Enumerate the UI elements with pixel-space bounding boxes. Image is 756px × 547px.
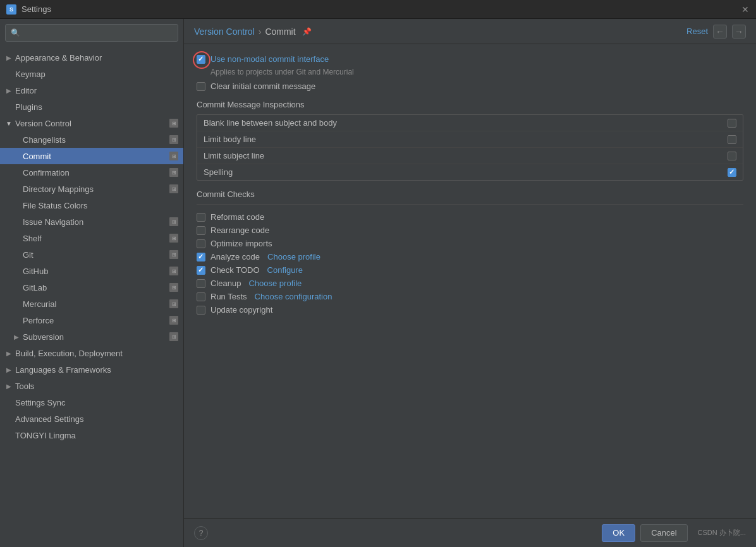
nav-back-button[interactable]: ← <box>713 25 727 39</box>
sidebar-item-appearance-behavior[interactable]: ▶ Appearance & Behavior <box>0 49 183 66</box>
sidebar-item-label: Tools <box>15 382 178 391</box>
check-label[interactable]: Run Tests <box>210 292 247 301</box>
sidebar-item-mercurial[interactable]: Mercurial ⊞ <box>0 296 183 312</box>
section-divider <box>197 204 743 205</box>
sidebar-item-file-status-colors[interactable]: File Status Colors <box>0 197 183 213</box>
check-checkbox-rearrange-code[interactable] <box>197 226 205 235</box>
inspection-row-limit-body: Limit body line <box>197 131 743 148</box>
search-icon: 🔍 <box>11 28 20 37</box>
arrow-spacer <box>5 432 13 439</box>
arrow-icon: ▶ <box>5 54 13 61</box>
watermark-text: CSDN 办卜院... <box>698 528 746 538</box>
choose-profile-cleanup-button[interactable]: Choose profile <box>248 279 302 288</box>
sidebar: 🔍 ▶ Appearance & Behavior Keymap ▶ Edito… <box>0 19 184 547</box>
check-row-run-tests: Run Tests Choose configuration <box>197 292 743 301</box>
check-label[interactable]: Analyze code <box>210 252 260 261</box>
sidebar-item-directory-mappings[interactable]: Directory Mappings ⊞ <box>0 181 183 197</box>
configure-todo-button[interactable]: Configure <box>267 265 303 275</box>
nav-forward-button[interactable]: → <box>732 25 746 39</box>
choose-profile-analyze-button[interactable]: Choose profile <box>267 252 320 261</box>
check-checkbox-reformat-code[interactable] <box>197 213 205 222</box>
cancel-button[interactable]: Cancel <box>640 524 687 542</box>
inspection-checkbox-spelling[interactable] <box>728 168 736 177</box>
check-label[interactable]: Rearrange code <box>210 225 269 235</box>
arrow-spacer <box>13 301 20 308</box>
check-checkbox-analyze-code[interactable] <box>197 253 205 261</box>
sidebar-item-label: Perforce <box>23 316 169 325</box>
sidebar-item-perforce[interactable]: Perforce ⊞ <box>0 312 183 328</box>
use-nonmodal-checkbox-wrap <box>197 55 205 64</box>
sidebar-item-label: Shelf <box>23 234 169 243</box>
check-label[interactable]: Reformat code <box>210 212 264 222</box>
inspection-checkbox-limit-subject[interactable] <box>728 152 736 160</box>
check-checkbox-optimize-imports[interactable] <box>197 239 205 248</box>
configure-icon: ⊞ <box>169 135 178 144</box>
sidebar-item-subversion[interactable]: ▶ Subversion ⊞ <box>0 328 183 345</box>
sidebar-item-build-execution[interactable]: ▶ Build, Execution, Deployment <box>0 345 183 361</box>
sidebar-item-label: Confirmation <box>23 168 169 177</box>
arrow-spacer <box>13 169 20 176</box>
clear-commit-checkbox[interactable] <box>197 82 205 91</box>
checks-section-title: Commit Checks <box>197 189 743 199</box>
configure-icon: ⊞ <box>169 267 178 275</box>
check-checkbox-check-todo[interactable] <box>197 266 205 275</box>
sidebar-item-label: Issue Navigation <box>23 217 169 227</box>
sidebar-item-label: GitHub <box>23 267 169 276</box>
check-label[interactable]: Optimize imports <box>210 239 272 248</box>
configure-icon: ⊞ <box>169 234 178 243</box>
check-label[interactable]: Cleanup <box>210 279 241 288</box>
sidebar-item-issue-navigation[interactable]: Issue Navigation ⊞ <box>0 213 183 230</box>
sidebar-item-version-control[interactable]: ▼ Version Control ⊞ <box>0 115 183 131</box>
sidebar-item-tongyi-lingma[interactable]: TONGYI Lingma <box>0 427 183 443</box>
breadcrumb-parent[interactable]: Version Control <box>194 27 255 37</box>
check-label[interactable]: Update copyright <box>210 305 272 315</box>
configure-icon: ⊞ <box>169 217 178 226</box>
check-checkbox-run-tests[interactable] <box>197 292 205 301</box>
check-checkbox-update-copyright[interactable] <box>197 306 205 315</box>
sidebar-item-label: File Status Colors <box>23 201 178 210</box>
sidebar-item-shelf[interactable]: Shelf ⊞ <box>0 230 183 246</box>
breadcrumb: Version Control › Commit 📌 <box>194 27 312 37</box>
arrow-spacer <box>13 153 20 160</box>
inspection-checkbox-limit-body[interactable] <box>728 135 736 144</box>
inspection-checkbox-blank-line[interactable] <box>728 119 736 128</box>
sidebar-item-tools[interactable]: ▶ Tools <box>0 378 183 394</box>
sidebar-item-settings-sync[interactable]: Settings Sync <box>0 394 183 411</box>
arrow-icon: ▼ <box>5 120 13 127</box>
check-row-analyze-code: Analyze code Choose profile <box>197 252 743 261</box>
pin-icon[interactable]: 📌 <box>302 27 312 37</box>
sidebar-item-label: Settings Sync <box>15 398 178 407</box>
clear-commit-label[interactable]: Clear initial commit message <box>210 81 315 91</box>
reset-button[interactable]: Reset <box>686 27 708 36</box>
sidebar-item-git[interactable]: Git ⊞ <box>0 246 183 263</box>
sidebar-item-plugins[interactable]: Plugins <box>0 99 183 115</box>
sidebar-item-confirmation[interactable]: Confirmation ⊞ <box>0 164 183 181</box>
ok-button[interactable]: OK <box>602 524 635 542</box>
sidebar-item-gitlab[interactable]: GitLab ⊞ <box>0 279 183 296</box>
close-button[interactable]: ✕ <box>741 5 750 14</box>
arrow-spacer <box>13 317 20 324</box>
sidebar-item-label: Version Control <box>15 119 169 128</box>
check-row-optimize-imports: Optimize imports <box>197 239 743 248</box>
arrow-icon: ▶ <box>5 383 13 390</box>
use-nonmodal-checkbox[interactable] <box>197 55 205 64</box>
content-header: Version Control › Commit 📌 Reset ← → <box>184 19 756 44</box>
arrow-spacer <box>13 219 20 225</box>
help-button[interactable]: ? <box>194 526 208 540</box>
use-nonmodal-label[interactable]: Use non-modal commit interface <box>210 54 329 64</box>
choose-config-runtests-button[interactable]: Choose configuration <box>255 292 332 301</box>
inspection-label: Limit subject line <box>204 151 722 160</box>
sidebar-item-keymap[interactable]: Keymap <box>0 66 183 82</box>
sidebar-item-github[interactable]: GitHub ⊞ <box>0 263 183 279</box>
check-label[interactable]: Check TODO <box>210 265 260 275</box>
check-checkbox-cleanup[interactable] <box>197 279 205 288</box>
sidebar-item-commit[interactable]: Commit ⊞ <box>0 148 183 164</box>
sidebar-item-changelists[interactable]: Changelists ⊞ <box>0 131 183 148</box>
search-box[interactable]: 🔍 <box>5 24 178 42</box>
sidebar-item-label: Subversion <box>23 332 169 342</box>
sidebar-item-editor[interactable]: ▶ Editor <box>0 82 183 99</box>
app-icon: S <box>6 4 16 15</box>
title-bar: S Settings ✕ <box>0 0 756 19</box>
sidebar-item-advanced-settings[interactable]: Advanced Settings <box>0 411 183 427</box>
sidebar-item-languages-frameworks[interactable]: ▶ Languages & Frameworks <box>0 361 183 378</box>
